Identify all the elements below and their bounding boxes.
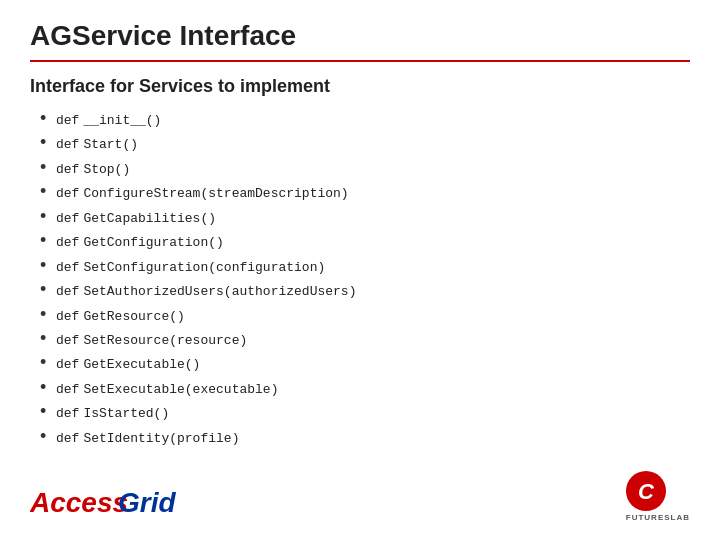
code-method: SetExecutable(executable) xyxy=(83,379,278,400)
list-item: •def __init__() xyxy=(40,107,690,131)
list-item: •def Start() xyxy=(40,131,690,155)
code-keyword: def xyxy=(56,306,79,327)
code-method: SetResource(resource) xyxy=(83,330,247,351)
code-keyword: def xyxy=(56,330,79,351)
code-method: GetExecutable() xyxy=(83,354,200,375)
futureslab-label: FuturesLab xyxy=(626,513,690,522)
list-item: •def SetAuthorizedUsers(authorizedUsers) xyxy=(40,278,690,302)
accessgrid-logo-area: Access Grid xyxy=(30,480,180,520)
bullet-icon: • xyxy=(40,158,56,176)
section-heading: Interface for Services to implement xyxy=(30,76,690,97)
bullet-icon: • xyxy=(40,427,56,445)
bullet-icon: • xyxy=(40,133,56,151)
bullet-icon: • xyxy=(40,353,56,371)
code-method: SetAuthorizedUsers(authorizedUsers) xyxy=(83,281,356,302)
page-title: AGService Interface xyxy=(30,20,690,52)
code-method: ConfigureStream(streamDescription) xyxy=(83,183,348,204)
code-keyword: def xyxy=(56,257,79,278)
code-method: SetConfiguration(configuration) xyxy=(83,257,325,278)
code-keyword: def xyxy=(56,354,79,375)
code-keyword: def xyxy=(56,428,79,449)
svg-text:Access: Access xyxy=(30,487,128,518)
code-method: GetCapabilities() xyxy=(83,208,216,229)
code-method: GetResource() xyxy=(83,306,184,327)
bullet-icon: • xyxy=(40,329,56,347)
page-container: AGService Interface Interface for Servic… xyxy=(0,0,720,540)
list-item: •def ConfigureStream(streamDescription) xyxy=(40,180,690,204)
bullet-icon: • xyxy=(40,207,56,225)
list-item: •def SetConfiguration(configuration) xyxy=(40,254,690,278)
svg-text:Grid: Grid xyxy=(118,487,176,518)
code-keyword: def xyxy=(56,110,79,131)
code-method: __init__() xyxy=(83,110,161,131)
bullet-icon: • xyxy=(40,182,56,200)
section-divider xyxy=(30,60,690,62)
bullet-icon: • xyxy=(40,280,56,298)
code-keyword: def xyxy=(56,281,79,302)
code-keyword: def xyxy=(56,232,79,253)
bullet-icon: • xyxy=(40,256,56,274)
bullet-icon: • xyxy=(40,231,56,249)
code-method: Stop() xyxy=(83,159,130,180)
code-keyword: def xyxy=(56,183,79,204)
svg-text:C: C xyxy=(638,479,655,504)
bullet-icon: • xyxy=(40,402,56,420)
bullet-icon: • xyxy=(40,305,56,323)
list-item: •def Stop() xyxy=(40,156,690,180)
list-item: •def SetExecutable(executable) xyxy=(40,376,690,400)
code-method: GetConfiguration() xyxy=(83,232,223,253)
list-item: •def SetResource(resource) xyxy=(40,327,690,351)
list-item: •def SetIdentity(profile) xyxy=(40,425,690,449)
bullet-icon: • xyxy=(40,109,56,127)
code-keyword: def xyxy=(56,159,79,180)
code-keyword: def xyxy=(56,208,79,229)
futureslab-circle: C xyxy=(626,471,666,511)
code-list: •def __init__()•def Start()•def Stop()•d… xyxy=(30,107,690,449)
code-method: IsStarted() xyxy=(83,403,169,424)
list-item: •def GetCapabilities() xyxy=(40,205,690,229)
list-item: •def GetExecutable() xyxy=(40,351,690,375)
code-method: Start() xyxy=(83,134,138,155)
code-keyword: def xyxy=(56,403,79,424)
bullet-icon: • xyxy=(40,378,56,396)
code-keyword: def xyxy=(56,379,79,400)
code-method: SetIdentity(profile) xyxy=(83,428,239,449)
accessgrid-logo-svg: Access Grid xyxy=(30,480,180,520)
futureslab-logo-area: C FuturesLab xyxy=(626,471,690,522)
accessgrid-logo: Access Grid xyxy=(30,480,180,520)
list-item: •def GetResource() xyxy=(40,303,690,327)
list-item: •def IsStarted() xyxy=(40,400,690,424)
list-item: •def GetConfiguration() xyxy=(40,229,690,253)
code-keyword: def xyxy=(56,134,79,155)
